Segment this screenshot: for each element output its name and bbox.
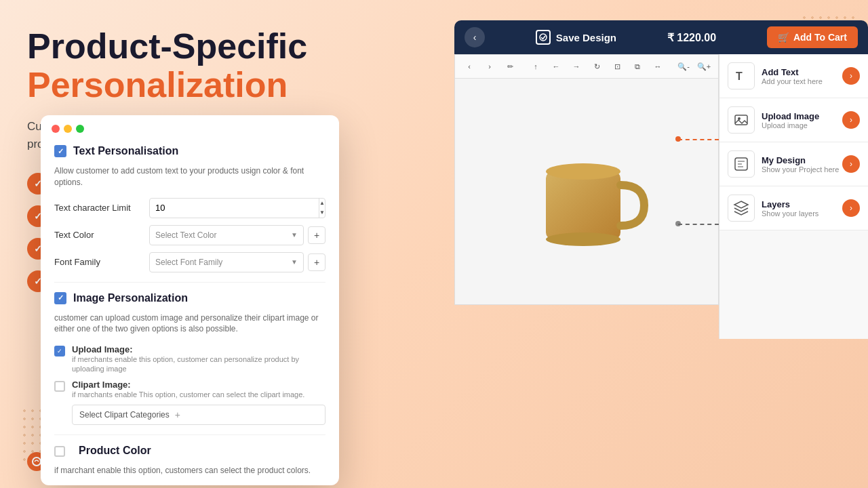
svg-text:T: T	[736, 70, 743, 82]
connection-line-upload	[678, 139, 719, 140]
back-button[interactable]: ‹	[465, 27, 485, 47]
product-color-header: Product Color	[54, 445, 326, 457]
divider-1	[54, 282, 326, 283]
add-to-cart-button[interactable]: 🛒 Add To Cart	[767, 26, 858, 48]
my-design-icon-box	[728, 150, 755, 178]
toolbar-copy[interactable]: ⧉	[630, 59, 645, 74]
top-bar: ‹ Save Design ₹ 1220.00 🛒 Add To Cart	[454, 20, 868, 54]
panel-item-add-text[interactable]: T Add Text Add your text here ›	[719, 54, 868, 98]
font-family-row: Font Family Select Font Family ▼ +	[54, 252, 326, 272]
title-black: Product-Specific	[27, 27, 319, 66]
text-section-title: Text Personalisation	[73, 145, 178, 157]
char-limit-up[interactable]: ▲	[319, 199, 325, 208]
panel-arrow-add-text[interactable]: ›	[842, 67, 860, 85]
toolbar-forward[interactable]: ›	[482, 59, 497, 74]
traffic-lights	[41, 115, 339, 140]
font-family-label: Font Family	[54, 257, 149, 267]
image-section-checkbox[interactable]	[54, 292, 66, 304]
panel-title-layers: Layers	[762, 199, 842, 209]
save-icon	[536, 30, 551, 45]
upload-image-icon	[733, 112, 749, 128]
image-section-title: Image Personalization	[73, 292, 188, 304]
traffic-red[interactable]	[52, 125, 60, 133]
panel-arrow-upload-image[interactable]: ›	[842, 111, 860, 129]
text-color-arrow: ▼	[291, 231, 298, 239]
product-color-checkbox[interactable]	[54, 446, 65, 457]
connection-line-layers	[678, 224, 719, 225]
panel-text-add-text: Add Text Add your text here	[762, 67, 842, 85]
char-limit-value: 10	[150, 203, 170, 213]
text-color-select[interactable]: Select Text Color ▼	[149, 225, 304, 245]
select-category-plus: +	[175, 409, 180, 420]
canvas-area: ‹ › ✏ ↑ ← → ↻ ⊡ ⧉ ↔ 🔍- 🔍+	[454, 54, 719, 305]
save-design-label: Save Design	[556, 32, 616, 43]
panel-title-my-design: My Design	[762, 155, 842, 165]
font-family-add[interactable]: +	[308, 253, 326, 271]
toolbar-arrow-left[interactable]: ←	[549, 59, 564, 74]
modal-body: Text Personalisation Allow customer to a…	[41, 140, 339, 485]
text-section-header: Text Personalisation	[54, 145, 326, 157]
toolbar-arrow-right[interactable]: →	[569, 59, 584, 74]
upload-image-desc: if merchants enable this option, custome…	[72, 354, 326, 374]
svg-point-3	[546, 163, 620, 180]
select-category-label: Select Clipart Categories	[79, 410, 170, 420]
clipart-image-checkbox[interactable]	[54, 381, 65, 392]
add-text-icon: T	[733, 68, 749, 84]
panel-item-my-design[interactable]: My Design Show your Project here ›	[719, 142, 868, 186]
font-family-arrow: ▼	[291, 258, 298, 266]
font-family-placeholder: Select Font Family	[155, 258, 222, 267]
char-limit-row: Text character Limit 10 ▲ ▼	[54, 198, 326, 218]
mug-svg	[519, 124, 654, 260]
panel-text-layers: Layers Show your layers	[762, 199, 842, 218]
cart-label: Add To Cart	[793, 32, 847, 43]
my-design-icon	[733, 156, 749, 172]
traffic-green[interactable]	[76, 125, 84, 133]
toolbar-crop[interactable]: ⊡	[610, 59, 625, 74]
upload-image-title: Upload Image:	[72, 344, 326, 354]
upload-image-checkbox[interactable]	[54, 346, 65, 357]
image-section-header: Image Personalization	[54, 292, 326, 304]
toolbar-pen[interactable]: ✏	[502, 59, 517, 74]
add-text-icon-box: T	[728, 62, 755, 89]
upload-image-text: Upload Image: if merchants enable this o…	[72, 344, 326, 374]
right-panel: T Add Text Add your text here › Upload I…	[719, 54, 868, 339]
toolbar-back[interactable]: ‹	[462, 59, 477, 74]
save-design-button[interactable]: Save Design	[536, 30, 616, 45]
toolbar-zoom-out[interactable]: 🔍-	[676, 59, 691, 74]
panel-text-my-design: My Design Show your Project here	[762, 155, 842, 174]
settings-modal: Text Personalisation Allow customer to a…	[41, 115, 339, 485]
panel-sub-add-text: Add your text here	[762, 77, 842, 85]
panel-item-upload-image[interactable]: Upload Image Upload image ›	[719, 98, 868, 142]
text-section-checkbox[interactable]	[54, 145, 66, 157]
panel-item-layers[interactable]: Layers Show your layers ›	[719, 186, 868, 230]
char-limit-input[interactable]: 10 ▲ ▼	[149, 198, 326, 218]
toolbar-arrow-up[interactable]: ↑	[528, 59, 543, 74]
clipart-image-row: Clipart Image: if marchants enable This …	[54, 380, 326, 399]
panel-arrow-my-design[interactable]: ›	[842, 155, 860, 173]
svg-rect-2	[546, 171, 620, 239]
text-color-placeholder: Select Text Color	[155, 230, 217, 240]
upload-image-row: Upload Image: if merchants enable this o…	[54, 344, 326, 374]
svg-point-4	[546, 232, 620, 246]
image-section-desc: customer can upload custom image and per…	[54, 312, 326, 336]
divider-2	[54, 434, 326, 435]
panel-sub-my-design: Show your Project here	[762, 165, 842, 174]
char-limit-arrows[interactable]: ▲ ▼	[319, 199, 325, 218]
upload-image-icon-box	[728, 106, 755, 134]
select-category-button[interactable]: Select Clipart Categories +	[72, 405, 326, 425]
layers-icon	[733, 200, 749, 216]
panel-sub-upload-image: Upload image	[762, 121, 842, 129]
font-family-select[interactable]: Select Font Family ▼	[149, 252, 304, 272]
char-limit-down[interactable]: ▼	[319, 208, 325, 218]
toolbar-rotate[interactable]: ↻	[589, 59, 604, 74]
svg-point-0	[33, 458, 41, 466]
panel-sub-layers: Show your layers	[762, 209, 842, 218]
toolbar-zoom-in[interactable]: 🔍+	[696, 59, 711, 74]
traffic-yellow[interactable]	[64, 125, 72, 133]
svg-point-1	[540, 34, 547, 41]
clipart-image-title: Clipart Image:	[72, 380, 304, 390]
text-color-add[interactable]: +	[308, 226, 326, 244]
toolbar-arrows[interactable]: ↔	[650, 59, 665, 74]
layers-icon-box	[728, 195, 755, 222]
panel-arrow-layers[interactable]: ›	[842, 199, 860, 217]
